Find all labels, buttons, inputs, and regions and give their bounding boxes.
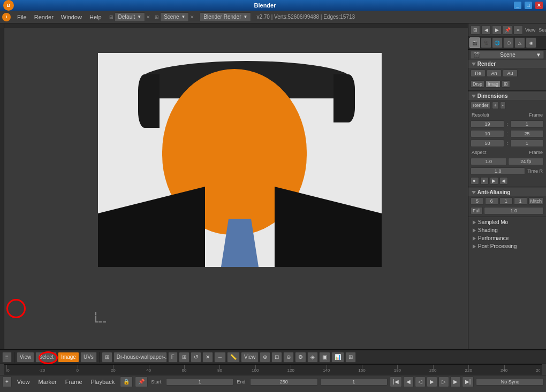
editor-icon-2[interactable]: ⊞ bbox=[179, 352, 189, 363]
current-frame-field[interactable]: 1 bbox=[320, 378, 388, 386]
bottom-view-btn[interactable]: View bbox=[14, 378, 33, 386]
play-btn[interactable]: ▶ bbox=[427, 376, 437, 387]
mesh-props-icon[interactable]: △ bbox=[514, 37, 525, 48]
render-preset-btn[interactable]: Render bbox=[471, 102, 491, 109]
aa-val1[interactable]: 5 bbox=[471, 197, 484, 205]
render-section-header[interactable]: Render bbox=[468, 60, 546, 68]
time-forward[interactable]: ▶ bbox=[490, 177, 498, 185]
aa-val3[interactable]: 1 bbox=[499, 197, 513, 205]
res-y-field[interactable]: 10 bbox=[471, 130, 504, 137]
shading-item[interactable]: Shading bbox=[468, 226, 546, 234]
next-icon[interactable]: ▶ bbox=[492, 25, 502, 35]
editor-icon-4[interactable]: ✕ bbox=[202, 352, 213, 363]
aa-val2[interactable]: 6 bbox=[485, 197, 498, 205]
render-menu[interactable]: Render bbox=[31, 13, 57, 21]
mat-props-icon[interactable]: ◉ bbox=[526, 37, 536, 48]
next-frame-btn[interactable]: ▶ bbox=[450, 376, 461, 387]
window-menu[interactable]: Window bbox=[58, 13, 85, 21]
editor-icon-6[interactable]: 📏 bbox=[227, 352, 240, 363]
editor-icon-5[interactable]: ↔ bbox=[214, 352, 226, 363]
antialiasing-section-header[interactable]: Anti-Aliasing bbox=[468, 188, 546, 196]
aa-val4[interactable]: 1 bbox=[514, 197, 527, 205]
jump-end-btn[interactable]: ▶| bbox=[462, 376, 474, 387]
prev-icon[interactable]: ◀ bbox=[481, 25, 491, 35]
pin-icon[interactable]: 📌 bbox=[503, 25, 512, 35]
time-btn-2[interactable]: ● bbox=[480, 177, 489, 185]
full-btn[interactable]: Full bbox=[471, 207, 483, 214]
view-menu-btn[interactable]: View bbox=[17, 352, 35, 363]
scene-dropdown[interactable]: Scene ▼ bbox=[160, 12, 189, 22]
editor-type-btn[interactable]: ≡ bbox=[2, 352, 12, 363]
scene-props-icon[interactable]: 🎥 bbox=[481, 37, 491, 48]
frame-start-field[interactable]: 1 bbox=[510, 120, 544, 128]
jump-start-btn[interactable]: |◀ bbox=[390, 376, 402, 387]
playback-pin[interactable]: 📌 bbox=[135, 376, 148, 387]
zoom-out-icon[interactable]: ⊖ bbox=[283, 352, 294, 363]
no-sync-field[interactable]: No Sync bbox=[476, 378, 544, 386]
next-keyframe-btn[interactable]: ▷ bbox=[438, 376, 449, 387]
res-pct-field[interactable]: 50 bbox=[471, 140, 504, 147]
right-scroll-panel[interactable]: 🎬 Scene ▼ Render Re An Au Disp Imag ⊞ bbox=[468, 50, 546, 349]
search-label[interactable]: Search bbox=[537, 27, 546, 33]
help-menu[interactable]: Help bbox=[86, 13, 105, 21]
close-button[interactable]: ✕ bbox=[535, 2, 543, 9]
post-processing-item[interactable]: Post Processing bbox=[468, 242, 546, 250]
performance-item[interactable]: Performance bbox=[468, 234, 546, 242]
framerate-field[interactable]: 24 fp bbox=[508, 158, 544, 165]
disp-btn[interactable]: Disp bbox=[471, 80, 484, 88]
layout-dropdown[interactable]: Default ▼ bbox=[115, 12, 146, 22]
props-icon[interactable]: ⊞ bbox=[345, 352, 356, 363]
imag-btn[interactable]: Imag bbox=[486, 80, 500, 88]
start-frame-field[interactable]: 1 bbox=[166, 378, 234, 386]
blender-icon-menu[interactable]: i bbox=[2, 13, 11, 21]
slot-icon[interactable]: ⊞ bbox=[502, 80, 510, 88]
timeline-ruler[interactable]: -40-200204060801001201401601802002202402… bbox=[6, 365, 540, 375]
view-dropdown-btn[interactable]: View bbox=[241, 352, 259, 363]
settings-icon[interactable]: ⚙ bbox=[295, 352, 306, 363]
time-back[interactable]: ◀ bbox=[499, 177, 508, 185]
viewport[interactable] bbox=[4, 24, 468, 349]
audio-btn[interactable]: Au bbox=[503, 70, 518, 77]
backdrop-icon[interactable]: ▣ bbox=[319, 352, 330, 363]
image-menu-btn[interactable]: Image bbox=[58, 352, 79, 363]
dimensions-section-header[interactable]: Dimensions bbox=[468, 92, 546, 100]
scope-icon[interactable]: 📊 bbox=[331, 352, 344, 363]
playback-lock[interactable]: 🔒 bbox=[120, 376, 133, 387]
more-icon[interactable]: ≡ bbox=[513, 25, 523, 35]
object-props-icon[interactable]: ⬡ bbox=[503, 37, 514, 48]
overlay-icon[interactable]: ◈ bbox=[307, 352, 318, 363]
animate-btn[interactable]: An bbox=[487, 70, 502, 77]
file-menu[interactable]: File bbox=[14, 13, 30, 21]
minimize-button[interactable]: _ bbox=[514, 2, 521, 9]
editor-icon-3[interactable]: ↺ bbox=[191, 352, 201, 363]
bottom-playback-btn[interactable]: Playback bbox=[88, 378, 118, 386]
end-frame-field[interactable]: 250 bbox=[250, 378, 318, 386]
frame-label-btn[interactable]: F bbox=[168, 352, 178, 363]
frame-step-field[interactable]: 1 bbox=[510, 140, 544, 147]
maximize-button[interactable]: □ bbox=[525, 2, 532, 9]
mitch-btn[interactable]: Mitch bbox=[528, 197, 544, 205]
zoom-fit-icon[interactable]: ⊡ bbox=[271, 352, 282, 363]
aspect-y-field[interactable]: 1.0 bbox=[471, 167, 525, 175]
bottom-marker-btn[interactable]: Marker bbox=[35, 378, 60, 386]
frame-end-field[interactable]: 25 bbox=[510, 130, 544, 137]
uvs-menu-btn[interactable]: UVs bbox=[80, 352, 97, 363]
time-btn-1[interactable]: ● bbox=[471, 177, 479, 185]
sampled-item[interactable]: Sampled Mo bbox=[468, 218, 546, 226]
aa-full-val[interactable]: 1.0 bbox=[484, 207, 544, 214]
aspect-x-field[interactable]: 1.0 bbox=[471, 158, 507, 165]
render-props-icon[interactable]: 🎬 bbox=[469, 37, 480, 48]
editor-icon-1[interactable]: ⊞ bbox=[102, 352, 112, 363]
prev-frame-btn[interactable]: ◀ bbox=[403, 376, 414, 387]
select-menu-btn[interactable]: Select bbox=[35, 352, 57, 363]
add-preset-btn[interactable]: + bbox=[492, 102, 499, 109]
scene-selector[interactable]: 🎬 Scene ▼ bbox=[471, 51, 544, 59]
view-label[interactable]: View bbox=[524, 27, 536, 33]
world-props-icon[interactable]: 🌐 bbox=[492, 37, 503, 48]
prev-keyframe-btn[interactable]: ◁ bbox=[415, 376, 426, 387]
renderer-dropdown[interactable]: Blender Render ▼ bbox=[200, 12, 251, 22]
view-button-right[interactable]: ⊞ bbox=[471, 25, 480, 35]
remove-preset-btn[interactable]: - bbox=[500, 102, 506, 109]
add-keyframe-btn[interactable]: + bbox=[2, 376, 12, 387]
zoom-icon[interactable]: ⊕ bbox=[260, 352, 270, 363]
